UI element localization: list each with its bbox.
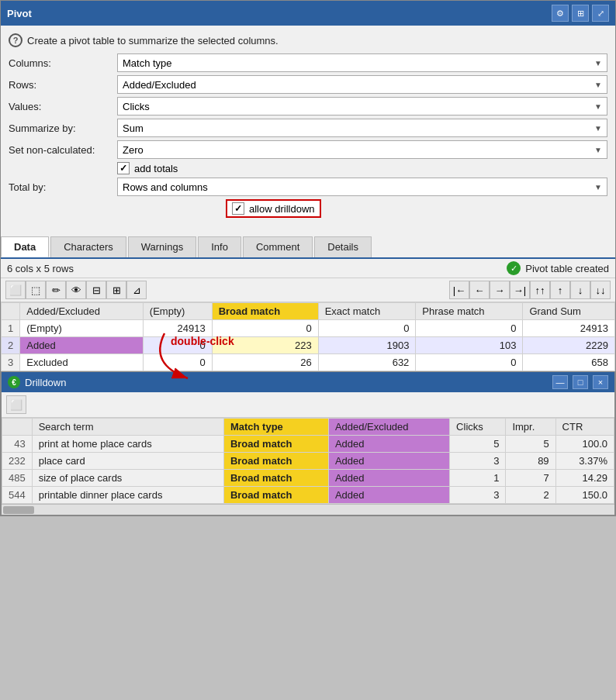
rows-select[interactable]: Added/Excluded ▼ xyxy=(117,75,607,94)
nav-down-icon[interactable]: ↓ xyxy=(570,281,590,299)
cell-3-0: Excluded xyxy=(20,354,144,371)
add-totals-checkbox[interactable]: ✓ xyxy=(117,162,130,174)
non-calc-arrow: ▼ xyxy=(594,146,602,154)
tab-warnings[interactable]: Warnings xyxy=(128,236,196,257)
close-button[interactable]: × xyxy=(593,375,608,389)
dd-row-num-2: 232 xyxy=(2,453,33,470)
allow-drilldown-row: ✓ allow drilldown xyxy=(117,199,607,222)
dd-col-match: Match type xyxy=(223,419,328,436)
columns-row: Columns: Match type ▼ xyxy=(9,53,607,72)
col-header-4: Phrase match xyxy=(416,303,523,320)
pivot-table: Added/Excluded (Empty) Broad match Exact… xyxy=(1,302,615,371)
nav-up2-icon[interactable]: ↑ xyxy=(550,281,570,299)
pivot-table-wrap: Added/Excluded (Empty) Broad match Exact… xyxy=(1,302,615,371)
dd-added-2: Added xyxy=(328,453,449,470)
export-icon[interactable]: ⬜ xyxy=(5,281,26,299)
view-icon[interactable]: 👁 xyxy=(66,281,86,299)
dd-ctr-2: 3.37% xyxy=(555,453,614,470)
grid-icon[interactable]: ⊞ xyxy=(572,5,589,22)
status-bar: 6 cols x 5 rows ✓ Pivot table created xyxy=(1,259,615,278)
tab-info[interactable]: Info xyxy=(198,236,241,257)
restore-button[interactable]: □ xyxy=(573,375,588,389)
allow-drilldown-checkbox[interactable]: ✓ xyxy=(232,202,244,215)
nav-down2-icon[interactable]: ↓↓ xyxy=(590,281,611,299)
rows-value: Added/Excluded xyxy=(123,79,196,91)
total-by-row: Total by: Rows and columns ▼ xyxy=(9,178,607,196)
dd-ctr-3: 14.29 xyxy=(555,470,614,487)
non-calc-value: Zero xyxy=(123,144,144,156)
dd-clicks-1: 5 xyxy=(450,436,506,453)
add-totals-row: ✓ add totals xyxy=(117,162,607,174)
columns-value: Match type xyxy=(123,57,172,69)
edit-icon[interactable]: ✏ xyxy=(46,281,66,299)
window-title: Pivot xyxy=(7,8,32,19)
scrollbar-thumb[interactable] xyxy=(3,506,34,514)
nav-up-icon[interactable]: ↑↑ xyxy=(530,281,550,299)
cell-1-3: 0 xyxy=(318,320,416,337)
dd-added-4: Added xyxy=(328,487,449,504)
cell-3-3: 632 xyxy=(318,354,416,371)
status-right-text: Pivot table created xyxy=(525,263,609,274)
tab-data[interactable]: Data xyxy=(1,236,49,257)
cell-1-0: (Empty) xyxy=(20,320,144,337)
list-item: 544 printable dinner place cards Broad m… xyxy=(2,487,614,504)
dd-row-num-4: 544 xyxy=(2,487,33,504)
summarize-label: Summarize by: xyxy=(9,122,117,134)
col-header-2: Broad match xyxy=(212,303,318,320)
dd-added-1: Added xyxy=(328,436,449,453)
dd-ctr-1: 100.0 xyxy=(555,436,614,453)
total-by-select[interactable]: Rows and columns ▼ xyxy=(117,178,607,196)
summarize-select[interactable]: Sum ▼ xyxy=(117,119,607,137)
cell-3-2: 26 xyxy=(212,354,318,371)
dd-clicks-4: 3 xyxy=(450,487,506,504)
tab-details[interactable]: Details xyxy=(314,236,372,257)
drilldown-controls: — □ × xyxy=(552,375,608,389)
drilldown-table: Search term Match type Added/Excluded Cl… xyxy=(2,418,614,504)
values-select[interactable]: Clicks ▼ xyxy=(117,97,607,116)
allow-drilldown-box: ✓ allow drilldown xyxy=(226,199,321,218)
nav-first-icon[interactable]: |← xyxy=(449,281,469,299)
col-header-5: Grand Sum xyxy=(523,303,615,320)
col-header-rownum xyxy=(2,303,20,320)
cell-3-5: 658 xyxy=(523,354,615,371)
table-row: 1 (Empty) 24913 0 0 0 24913 xyxy=(2,320,615,337)
nav-next-icon[interactable]: → xyxy=(490,281,510,299)
horizontal-scrollbar[interactable] xyxy=(2,504,614,515)
main-toolbar: ⬜ ⬚ ✏ 👁 ⊟ ⊞ ⊿ |← ← → →| ↑↑ ↑ ↓ ↓↓ xyxy=(1,278,615,302)
dd-row-num-1: 43 xyxy=(2,436,33,453)
non-calc-select[interactable]: Zero ▼ xyxy=(117,140,607,159)
list-item: 485 size of place cards Broad match Adde… xyxy=(2,470,614,487)
dd-match-3: Broad match xyxy=(223,470,328,487)
tab-characters[interactable]: Characters xyxy=(50,236,126,257)
cell-3-4: 0 xyxy=(416,354,523,371)
nav-prev-icon[interactable]: ← xyxy=(469,281,490,299)
status-right: ✓ Pivot table created xyxy=(507,261,609,275)
dd-search-3: size of place cards xyxy=(32,470,223,487)
dd-clicks-3: 1 xyxy=(450,470,506,487)
expand-icon[interactable]: ⤢ xyxy=(592,5,609,22)
dd-row-num-3: 485 xyxy=(2,470,33,487)
filter-icon[interactable]: ⊿ xyxy=(126,281,147,299)
table-row: 2 Added 0 223 1903 103 2229 xyxy=(2,337,615,354)
drilldown-toolbar: ⬜ xyxy=(2,392,614,418)
row-num-2: 2 xyxy=(2,337,20,354)
gear-icon[interactable]: ⚙ xyxy=(552,5,569,22)
dd-impr-1: 5 xyxy=(506,436,555,453)
columns-select[interactable]: Match type ▼ xyxy=(117,53,607,72)
columns-arrow: ▼ xyxy=(594,59,602,67)
drilldown-title-text: Drilldown xyxy=(25,377,66,388)
help-icon: ? xyxy=(9,33,22,47)
dd-col-ctr: CTR xyxy=(555,419,614,436)
nav-last-icon[interactable]: →| xyxy=(510,281,530,299)
dd-match-2: Broad match xyxy=(223,453,328,470)
rows-icon[interactable]: ⊞ xyxy=(106,281,126,299)
summarize-arrow: ▼ xyxy=(594,124,602,133)
cell-2-2: 223 xyxy=(212,337,318,354)
minimize-button[interactable]: — xyxy=(552,375,568,389)
table-row: 3 Excluded 0 26 632 0 658 xyxy=(2,354,615,371)
drilldown-export-icon[interactable]: ⬜ xyxy=(6,395,26,414)
columns-icon[interactable]: ⊟ xyxy=(86,281,106,299)
dd-impr-3: 7 xyxy=(506,470,555,487)
tab-comment[interactable]: Comment xyxy=(243,236,313,257)
export2-icon[interactable]: ⬚ xyxy=(26,281,46,299)
